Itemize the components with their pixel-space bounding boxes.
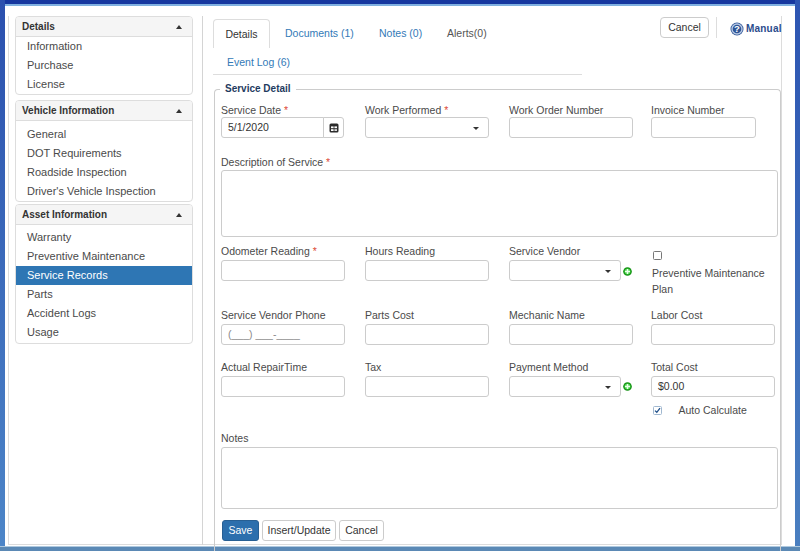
svg-text:?: ? [734, 23, 740, 34]
